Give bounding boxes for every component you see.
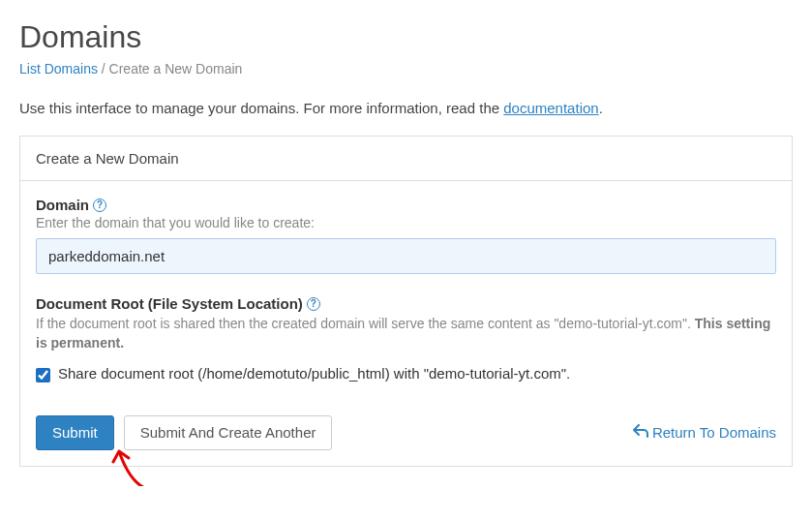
domain-label: Domain ? — [36, 197, 776, 213]
intro-text: Use this interface to manage your domain… — [19, 100, 793, 116]
breadcrumb: List Domains / Create a New Domain — [19, 61, 793, 76]
domain-input[interactable] — [36, 238, 776, 274]
create-domain-panel: Create a New Domain Domain ? Enter the d… — [19, 136, 793, 467]
page-title: Domains — [19, 19, 793, 55]
return-to-domains-link[interactable]: Return To Domains — [633, 424, 776, 442]
share-docroot-label: Share document root (/home/demotuto/publ… — [58, 365, 570, 382]
docroot-label: Document Root (File System Location) ? — [36, 295, 776, 312]
domain-hint: Enter the domain that you would like to … — [36, 215, 776, 230]
submit-another-button[interactable]: Submit And Create Another — [124, 415, 333, 450]
breadcrumb-separator: / — [98, 61, 109, 76]
docroot-description: If the document root is shared then the … — [36, 314, 776, 353]
help-icon[interactable]: ? — [93, 199, 106, 212]
help-icon[interactable]: ? — [307, 297, 320, 311]
share-docroot-row[interactable]: Share document root (/home/demotuto/publ… — [36, 365, 776, 382]
return-arrow-icon — [633, 424, 648, 442]
documentation-link[interactable]: documentation — [503, 100, 598, 116]
share-docroot-checkbox[interactable] — [36, 368, 50, 382]
panel-header: Create a New Domain — [20, 137, 792, 181]
submit-button[interactable]: Submit — [36, 415, 114, 450]
breadcrumb-current: Create a New Domain — [109, 61, 243, 76]
breadcrumb-list-domains[interactable]: List Domains — [19, 61, 98, 76]
